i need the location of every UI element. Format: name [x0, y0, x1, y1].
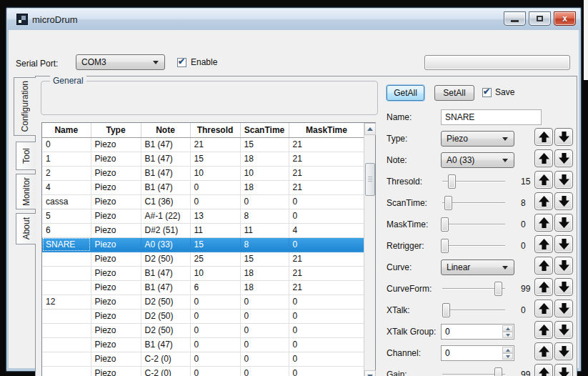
column-header[interactable]: Name	[42, 123, 91, 137]
table-row[interactable]: PiezoB1 (47)61821	[42, 280, 364, 295]
channel-up-button[interactable]	[534, 342, 553, 360]
column-header[interactable]: Type	[91, 123, 141, 137]
table-cell[interactable]: 12	[42, 295, 91, 309]
table-cell[interactable]: Piezo	[91, 337, 141, 352]
column-header[interactable]: ScanTime	[240, 123, 289, 137]
gain-up-button[interactable]	[534, 364, 553, 376]
retrigger-up-button[interactable]	[534, 235, 553, 253]
slider-thumb[interactable]	[444, 196, 452, 210]
title-bar[interactable]: microDrum x	[7, 9, 580, 30]
table-cell[interactable]: Piezo	[91, 252, 141, 266]
table-cell[interactable]	[42, 280, 91, 295]
slider-thumb[interactable]	[441, 217, 449, 232]
xtalk-up-button[interactable]	[534, 300, 553, 317]
tab-about[interactable]: About	[16, 213, 36, 244]
tab-configuration[interactable]: Configuration	[14, 77, 36, 136]
note-dropdown[interactable]: A0 (33)	[441, 152, 514, 168]
thresold-up-button[interactable]	[534, 171, 553, 189]
table-row[interactable]: SNAREPiezoA0 (33)1580	[42, 237, 364, 252]
table-cell[interactable]: 10	[240, 166, 289, 180]
curveform-up-button[interactable]	[534, 278, 553, 296]
table-cell[interactable]: 0	[289, 352, 364, 366]
column-header[interactable]: MaskTime	[289, 123, 364, 137]
table-cell[interactable]: 0	[289, 295, 364, 309]
table-cell[interactable]	[42, 352, 91, 366]
table-cell[interactable]: 10	[190, 166, 240, 180]
curve-up-button[interactable]	[534, 257, 553, 274]
table-cell[interactable]: SNARE	[42, 237, 91, 252]
table-cell[interactable]: 21	[289, 180, 364, 194]
table-cell[interactable]: Piezo	[91, 266, 141, 280]
save-checkbox[interactable]: ✔	[482, 88, 492, 97]
channel-down-button[interactable]	[554, 342, 573, 360]
masktime-down-button[interactable]	[554, 214, 573, 232]
column-header[interactable]: Thresold	[190, 123, 240, 137]
table-cell[interactable]: 2	[42, 166, 91, 180]
scantime-down-button[interactable]	[554, 192, 573, 210]
table-row[interactable]: PiezoB1 (47)101821	[42, 266, 364, 280]
table-row[interactable]: 12PiezoD2 (50)000	[42, 295, 364, 309]
table-cell[interactable]: 15	[190, 237, 240, 252]
table-cell[interactable]: 0	[289, 337, 364, 352]
thresold-down-button[interactable]	[554, 171, 573, 189]
table-cell[interactable]	[42, 323, 91, 337]
table-cell[interactable]: 8	[240, 237, 289, 252]
table-cell[interactable]: 8	[240, 209, 289, 223]
masktime-up-button[interactable]	[534, 214, 553, 232]
masktime-slider[interactable]	[441, 216, 521, 233]
tab-monitor[interactable]: Monitor	[16, 174, 36, 209]
table-cell[interactable]: A#-1 (22)	[141, 209, 190, 223]
table-cell[interactable]: Piezo	[91, 237, 141, 252]
retrigger-slider[interactable]	[441, 237, 521, 254]
table-cell[interactable]: 0	[240, 337, 289, 352]
table-cell[interactable]: D#2 (51)	[141, 223, 190, 237]
table-row[interactable]: 1PiezoB1 (47)151821	[42, 152, 364, 166]
table-cell[interactable]: 25	[190, 252, 240, 266]
maximize-button[interactable]	[529, 11, 551, 26]
table-scrollbar[interactable]	[364, 123, 375, 376]
slider-thumb[interactable]	[441, 239, 449, 253]
table-row[interactable]: PiezoB1 (47)000	[42, 337, 364, 352]
scantime-slider[interactable]	[441, 194, 521, 212]
table-cell[interactable]: Piezo	[91, 366, 141, 376]
name-input[interactable]: SNARE	[441, 109, 542, 125]
type-dropdown[interactable]: Piezo	[441, 131, 514, 147]
table-cell[interactable]: B1 (47)	[141, 152, 190, 166]
table-row[interactable]: PiezoC-2 (0)000	[42, 366, 364, 376]
getall-button[interactable]: GetAll	[387, 85, 424, 101]
type-down-button[interactable]	[554, 128, 573, 146]
table-row[interactable]: PiezoD2 (50)000	[42, 309, 364, 323]
table-cell[interactable]: 0	[190, 337, 240, 352]
table-cell[interactable]: 11	[240, 223, 289, 237]
table-cell[interactable]: D2 (50)	[141, 309, 190, 323]
minimize-button[interactable]	[504, 11, 526, 26]
spin-down-button[interactable]	[502, 353, 513, 360]
table-cell[interactable]: 0	[42, 137, 91, 152]
table-cell[interactable]: 0	[190, 323, 240, 337]
table-cell[interactable]: B1 (47)	[141, 166, 190, 180]
table-row[interactable]: PiezoD2 (50)251521	[42, 252, 364, 266]
table-cell[interactable]: 0	[190, 180, 240, 194]
xtalk-slider[interactable]	[441, 302, 521, 319]
setall-button[interactable]: SetAll	[434, 85, 474, 101]
table-cell[interactable]: Piezo	[91, 352, 141, 366]
slider-thumb[interactable]	[494, 282, 502, 296]
spin-up-button[interactable]	[502, 347, 513, 353]
table-cell[interactable]: 0	[240, 194, 289, 209]
table-cell[interactable]: 0	[289, 237, 364, 252]
table-cell[interactable]: Piezo	[91, 209, 141, 223]
table-row[interactable]: PiezoD2 (50)000	[42, 323, 364, 337]
table-cell[interactable]: 21	[289, 152, 364, 166]
table-cell[interactable]: 18	[240, 152, 289, 166]
xtalkgroup-up-button[interactable]	[534, 321, 553, 339]
table-cell[interactable]: 15	[190, 152, 240, 166]
slider-thumb[interactable]	[442, 303, 450, 317]
table-cell[interactable]: 18	[240, 280, 289, 295]
table-cell[interactable]: 6	[190, 280, 240, 295]
slider-thumb[interactable]	[448, 174, 456, 189]
table-cell[interactable]: D2 (50)	[141, 323, 190, 337]
table-cell[interactable]: D2 (50)	[141, 295, 190, 309]
slider-thumb[interactable]	[494, 367, 502, 376]
table-cell[interactable]: 21	[289, 166, 364, 180]
table-cell[interactable]: 0	[289, 209, 364, 223]
